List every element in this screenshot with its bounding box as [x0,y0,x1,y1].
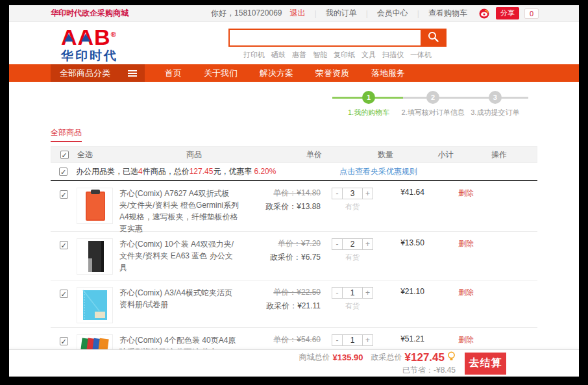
qty-decrease-button[interactable]: - [332,188,343,199]
hot-keyword[interactable]: 硒鼓 [271,50,286,60]
greeting-text: 你好，15810720069 [211,8,282,19]
totals: 商城总价 ¥135.90 政采总价 ¥127.45 已节省：-¥8.45 [299,351,456,376]
share-button[interactable]: 分享 [496,7,519,19]
item-checkbox[interactable]: ✓ [60,337,68,345]
hot-keyword[interactable]: 一体机 [410,50,432,60]
logo-triangle-icon [64,34,73,42]
category-summary-text: 办公用品类，已选4件商品，总价127.45元，优惠率6.20% [76,166,276,177]
select-all-checkbox[interactable]: ✓ [60,151,69,159]
cart-item-row: ✓ 齐心(Comix) A7627 A4双折式板夹/文件夹/资料夹 橙色Germ… [51,181,537,232]
my-orders-link[interactable]: 我的订单 [326,8,357,19]
stock-status: 有货 [345,253,360,262]
divider: | [413,9,423,18]
item-checkbox[interactable]: ✓ [60,241,68,249]
qty-increase-button[interactable]: + [362,238,373,250]
delete-item-link[interactable]: 删除 [458,188,474,197]
stock-status: 有货 [345,301,360,311]
product-title-link[interactable]: 齐心(Comix) A3/A4横式蛇夹活页资料册/试卷册 [119,287,239,327]
unit-price: 单价：¥54.60 [239,334,321,345]
main-nav: 全部商品分类 首页 关于我们 解决方案 荣誉资质 落地服务 [9,64,579,82]
checkout-bar: 商城总价 ¥135.90 政采总价 ¥127.45 已节省：-¥8.45 去结算 [9,349,579,377]
weibo-share-icon[interactable] [479,8,489,19]
tab-all-products[interactable]: 全部商品 [51,127,82,142]
hot-keyword[interactable]: 复印纸 [334,50,355,60]
logout-link[interactable]: 退出 [290,8,306,19]
member-center-link[interactable]: 会员中心 [377,8,408,19]
hot-keyword[interactable]: 文具 [361,50,376,60]
qty-value[interactable]: 2 [343,238,362,250]
product-image-color-folders[interactable] [77,334,113,349]
qty-increase-button[interactable]: + [362,287,373,299]
quantity-stepper: - 1 + [332,287,373,299]
quantity-stepper: - 3 + [332,188,373,199]
logo[interactable]: AAB® 华印时代 [61,26,118,62]
hot-keyword[interactable]: 惠普 [292,50,306,60]
qty-value[interactable]: 3 [343,188,362,199]
qty-decrease-button[interactable]: - [332,334,343,346]
col-header-action: 操作 [476,149,522,160]
product-title-link[interactable]: 齐心(Comix) 10个装 A4双强力夹/文件夹/资料夹 EA63 蓝色 办公… [119,238,239,280]
saved-value: -¥8.45 [434,366,456,375]
product-image-clipboard[interactable] [77,188,113,224]
hot-keyword[interactable]: 打印机 [243,50,265,60]
product-title-link[interactable]: 齐心(Comix) 4个配色装 40页A4原味系列资料册/文件页/文件夹 A69… [119,334,239,349]
step-label: 3.成功提交订单 [459,108,531,118]
share-count-badge[interactable]: 0 [524,8,539,19]
quantity-column: - 1 + 有货 [323,334,382,349]
step-label: 1.我的购物车 [333,108,404,118]
gov-total-label: 政采总价 [371,352,402,363]
select-all-label: 全选 [77,149,116,160]
item-checkbox[interactable]: ✓ [60,290,68,298]
cart-item-row: ✓ 齐心(Comix) 4个配色装 40页A4原味系列资料册/文件页/文件夹 A… [51,328,537,349]
category-checkbox[interactable]: ✓ [59,168,67,176]
qty-decrease-button[interactable]: - [332,238,343,250]
product-image-blue-binder[interactable] [77,287,113,323]
col-header-product: 商品 [116,149,272,160]
gov-price: 政采价：¥6.75 [239,252,321,263]
mall-total-value: ¥135.90 [333,353,363,362]
product-image-black-folder[interactable] [77,238,113,275]
price-column: 单价：¥14.80 政采价：¥13.88 [239,188,323,231]
quantity-column: - 1 + 有货 [323,287,382,327]
price-column: 单价：¥7.20 政采价：¥6.75 [239,238,323,280]
nav-item-services[interactable]: 落地服务 [360,68,416,79]
step-dot: 2 [426,91,439,104]
search-button[interactable] [421,30,445,45]
qty-decrease-button[interactable]: - [332,287,343,299]
view-cart-link[interactable]: 查看购物车 [428,8,467,19]
nav-item-home[interactable]: 首页 [154,68,193,79]
saved-line: 已节省：-¥8.45 [299,365,456,376]
page: 华印时代政企采购商城 你好，15810720069 退出 | 我的订单 | 会员… [9,5,579,377]
qty-value[interactable]: 1 [343,334,362,346]
qty-increase-button[interactable]: + [362,188,373,199]
nav-item-about[interactable]: 关于我们 [193,68,249,79]
top-utility-bar: 华印时代政企采购商城 你好，15810720069 退出 | 我的订单 | 会员… [9,5,579,22]
checkout-button[interactable]: 去结算 [465,353,506,375]
mall-total-label: 商城总价 [299,352,330,363]
header: AAB® 华印时代 打印机 硒鼓 惠普 智能 复印纸 文具 扫描仪 一体机 [9,22,579,64]
delete-item-link[interactable]: 删除 [458,335,474,344]
bulb-icon[interactable] [447,351,456,364]
item-checkbox[interactable]: ✓ [60,190,68,199]
nav-item-solutions[interactable]: 解决方案 [249,68,304,79]
col-header-subtotal: 小计 [415,149,476,160]
hot-keyword[interactable]: 扫描仪 [382,50,404,60]
product-title-link[interactable]: 齐心(Comix) A7627 A4双折式板夹/文件夹/资料夹 橙色Germin… [119,188,239,231]
category-summary-row: ✓ 办公用品类，已选4件商品，总价127.45元，优惠率6.20% 点击查看央采… [51,163,537,181]
saved-label: 已节省： [402,366,434,375]
step-success: 3 3.成功提交订单 [459,91,531,118]
qty-increase-button[interactable]: + [362,334,373,346]
step-label: 2.填写核对订单信息 [397,108,469,118]
quantity-stepper: - 2 + [332,238,373,250]
all-categories-button[interactable]: 全部商品分类 [51,64,145,82]
unit-price: 单价：¥22.50 [239,287,321,298]
search-input[interactable] [230,30,421,45]
discount-rules-link[interactable]: 点击查看央采优惠规则 [339,166,417,177]
delete-item-link[interactable]: 删除 [458,288,474,297]
nav-item-honors[interactable]: 荣誉资质 [304,68,360,79]
hot-keyword[interactable]: 智能 [313,50,327,60]
qty-value[interactable]: 1 [343,287,362,299]
gov-total-value: ¥127.45 [405,351,445,364]
delete-item-link[interactable]: 删除 [458,239,474,248]
quantity-column: - 2 + 有货 [323,238,382,280]
